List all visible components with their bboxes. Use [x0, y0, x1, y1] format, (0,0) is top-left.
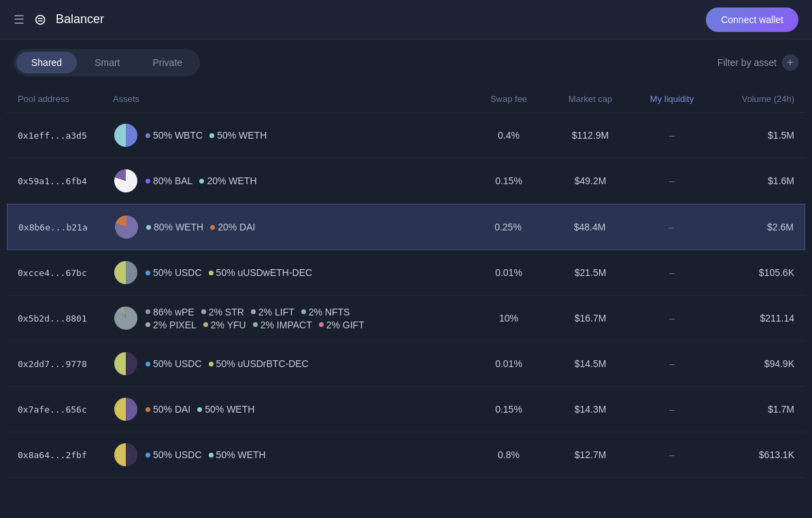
table-row[interactable]: 0xcce4...67bc 50% USDC50% uUSDwETH-DEC 0… — [7, 250, 805, 296]
asset-tag: 86% wPE — [146, 307, 194, 317]
volume-value: $1.5M — [713, 130, 794, 141]
swap-fee-value: 0.4% — [468, 130, 549, 141]
pie-chart-icon — [113, 396, 139, 422]
assets-cell: 50% USDC50% uUSDrBTC-DEC — [113, 351, 468, 377]
my-liquidity-value: – — [631, 449, 713, 460]
asset-tag: 50% WETH — [197, 404, 254, 415]
header-left: ☰ ⊜ Balancer — [14, 11, 104, 29]
pie-chart-icon — [113, 351, 139, 377]
tab-shared[interactable]: Shared — [16, 52, 77, 73]
pool-address: 0x2dd7...9778 — [18, 359, 113, 369]
pools-table: Pool address Assets Swap fee Market cap … — [0, 86, 812, 478]
col-pool-address: Pool address — [18, 94, 113, 104]
asset-tag: 20% WETH — [199, 175, 256, 186]
pie-chart-icon — [113, 305, 139, 331]
pool-address: 0x5b2d...8801 — [18, 313, 113, 324]
brand-name: Balancer — [56, 12, 104, 27]
asset-tag: 50% WETH — [209, 130, 267, 141]
filter-area: Filter by asset + — [717, 54, 798, 71]
menu-icon[interactable]: ☰ — [14, 12, 24, 27]
table-row[interactable]: 0x5b2d...8801 86% wPE2% STR2% LIFT2% NFT… — [7, 296, 805, 341]
volume-value: $1.6M — [713, 175, 794, 186]
swap-fee-value: 0.15% — [468, 175, 549, 186]
assets-cell: 50% USDC50% WETH — [113, 442, 468, 468]
swap-fee-value: 10% — [468, 313, 549, 324]
header: ☰ ⊜ Balancer Connect wallet — [0, 0, 812, 39]
table-row[interactable]: 0x8b6e...b21a 80% WETH20% DAI 0.25% $48.… — [7, 204, 805, 250]
tab-private[interactable]: Private — [138, 52, 198, 73]
asset-tag: 50% DAI — [146, 404, 190, 415]
filter-label: Filter by asset — [717, 57, 777, 68]
market-cap-value: $14.3M — [549, 404, 631, 415]
pool-address: 0x7afe...656c — [18, 404, 113, 415]
pie-chart-icon — [113, 260, 139, 286]
filter-plus-button[interactable]: + — [782, 54, 798, 71]
assets-cell: 50% DAI50% WETH — [113, 396, 468, 422]
assets-cell: 50% USDC50% uUSDwETH-DEC — [113, 260, 468, 286]
my-liquidity-value: – — [631, 404, 713, 415]
logo-icon: ⊜ — [34, 11, 46, 29]
asset-tag: 2% LIFT — [251, 307, 294, 317]
table-row[interactable]: 0x1eff...a3d5 50% WBTC50% WETH 0.4% $112… — [7, 113, 805, 158]
market-cap-value: $21.5M — [549, 267, 631, 278]
pool-address: 0x1eff...a3d5 — [18, 131, 113, 141]
market-cap-value: $112.9M — [549, 130, 631, 141]
col-market-cap: Market cap — [549, 94, 631, 104]
table-row[interactable]: 0x2dd7...9778 50% USDC50% uUSDrBTC-DEC 0… — [7, 341, 805, 387]
asset-tag: 2% GIFT — [319, 320, 365, 330]
table-row[interactable]: 0x7afe...656c 50% DAI50% WETH 0.15% $14.… — [7, 387, 805, 432]
volume-value: $613.1K — [713, 449, 794, 460]
col-volume: Volume (24h) — [713, 94, 794, 104]
tab-smart[interactable]: Smart — [80, 52, 135, 73]
asset-tag: 2% IMPACT — [253, 320, 312, 330]
assets-cell: 80% BAL20% WETH — [113, 168, 468, 194]
asset-tag: 50% uUSDwETH-DEC — [209, 267, 313, 278]
col-swap-fee: Swap fee — [468, 94, 549, 104]
asset-tag: 50% USDC — [146, 267, 202, 278]
pool-address: 0x59a1...6fb4 — [18, 176, 113, 186]
pie-chart-icon — [113, 122, 139, 148]
pool-address: 0x8b6e...b21a — [18, 222, 114, 232]
pool-address: 0xcce4...67bc — [18, 268, 113, 278]
table-row[interactable]: 0x8a64...2fbf 50% USDC50% WETH 0.8% $12.… — [7, 432, 805, 478]
table-header: Pool address Assets Swap fee Market cap … — [7, 86, 805, 113]
table-body: 0x1eff...a3d5 50% WBTC50% WETH 0.4% $112… — [7, 113, 805, 478]
swap-fee-value: 0.8% — [468, 449, 549, 460]
swap-fee-value: 0.01% — [468, 267, 549, 278]
asset-tag: 2% NFTS — [301, 307, 350, 317]
my-liquidity-value: – — [630, 222, 712, 232]
asset-tag: 2% STR — [201, 307, 244, 317]
volume-value: $211.14 — [713, 313, 794, 324]
swap-fee-value: 0.01% — [468, 358, 549, 369]
asset-tag: 80% WETH — [146, 222, 203, 232]
pool-address: 0x8a64...2fbf — [18, 450, 113, 460]
my-liquidity-value: – — [631, 313, 713, 324]
connect-wallet-button[interactable]: Connect wallet — [706, 7, 798, 32]
assets-cell: 86% wPE2% STR2% LIFT2% NFTS2% PIXEL2% YF… — [113, 305, 468, 331]
pie-chart-icon — [113, 168, 139, 194]
assets-cell: 80% WETH20% DAI — [114, 214, 467, 240]
asset-tag: 50% USDC — [146, 449, 202, 460]
volume-value: $2.6M — [712, 222, 794, 232]
my-liquidity-value: – — [631, 130, 713, 141]
tabs: Shared Smart Private — [14, 49, 200, 76]
swap-fee-value: 0.25% — [467, 222, 549, 232]
asset-tag: 20% DAI — [210, 222, 255, 232]
volume-value: $94.9K — [713, 358, 794, 369]
market-cap-value: $12.7M — [549, 449, 631, 460]
pie-chart-icon — [114, 214, 139, 240]
asset-tag: 50% USDC — [146, 358, 202, 369]
table-row[interactable]: 0x59a1...6fb4 80% BAL20% WETH 0.15% $49.… — [7, 158, 805, 204]
subheader: Shared Smart Private Filter by asset + — [0, 39, 812, 86]
market-cap-value: $16.7M — [549, 313, 631, 324]
market-cap-value: $14.5M — [549, 358, 631, 369]
col-assets: Assets — [113, 94, 468, 104]
asset-tag: 50% WETH — [209, 449, 266, 460]
pie-chart-icon — [113, 442, 139, 468]
volume-value: $105.6K — [713, 267, 794, 278]
asset-tag: 2% YFU — [203, 320, 246, 330]
my-liquidity-value: – — [631, 175, 713, 186]
my-liquidity-value: – — [631, 358, 713, 369]
market-cap-value: $49.2M — [549, 175, 631, 186]
my-liquidity-value: – — [631, 267, 713, 278]
